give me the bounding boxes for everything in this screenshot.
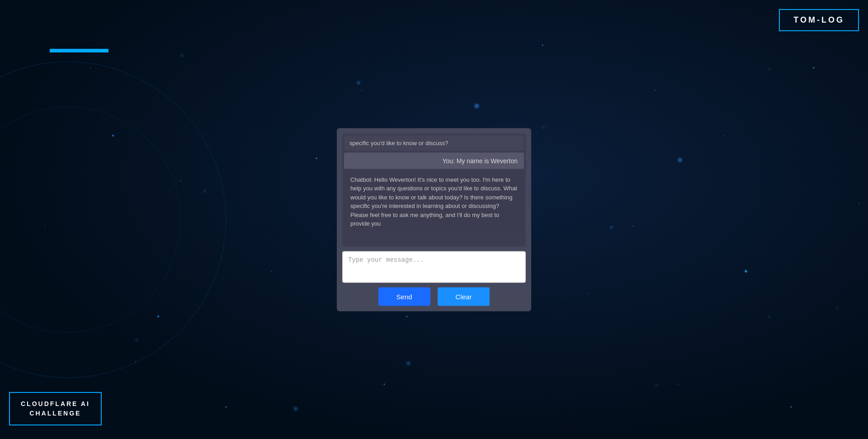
- message-input[interactable]: [342, 251, 526, 283]
- glow-dot: [357, 81, 360, 84]
- message-bot-partial: specific you'd like to know or discuss?: [344, 135, 524, 151]
- glow-dot: [836, 307, 838, 309]
- brand-title: TOM-LOG: [793, 15, 844, 24]
- glow-dot: [475, 104, 479, 108]
- glow-dot: [407, 362, 410, 365]
- glow-dot: [656, 384, 657, 386]
- brand-box: TOM-LOG: [779, 9, 859, 31]
- glow-dot: [136, 339, 138, 341]
- clear-button[interactable]: Clear: [438, 287, 490, 306]
- chat-messages[interactable]: specific you'd like to know or discuss? …: [342, 133, 526, 246]
- chat-container: specific you'd like to know or discuss? …: [337, 128, 531, 311]
- challenge-box: CLOUDFLARE AI CHALLENGE: [9, 392, 102, 425]
- glow-dot: [181, 54, 184, 57]
- glow-dot: [769, 68, 770, 70]
- glow-dot: [203, 190, 206, 192]
- glow-dot: [294, 407, 297, 411]
- glow-dot: [678, 158, 682, 162]
- glow-dot: [542, 127, 544, 128]
- send-button[interactable]: Send: [378, 287, 430, 306]
- glow-dot: [769, 316, 770, 318]
- glow-dot: [610, 226, 613, 228]
- accent-bar: [50, 49, 108, 52]
- buttons-row: Send Clear: [342, 287, 526, 306]
- message-bot: Chatbot: Hello Weverton! It's nice to me…: [344, 170, 524, 232]
- challenge-text: CLOUDFLARE AI CHALLENGE: [21, 399, 90, 418]
- message-user: You: My name is Weverton: [344, 152, 524, 169]
